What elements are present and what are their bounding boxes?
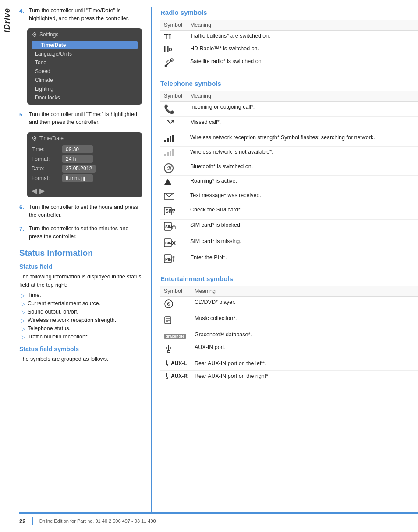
bullet-telephone-text: Telephone status. bbox=[28, 325, 71, 331]
bullet-entertainment-text: Current entertainment source. bbox=[28, 300, 100, 307]
bullet-arrow-time: ▷ bbox=[21, 292, 25, 299]
svg-point-36 bbox=[168, 303, 169, 304]
svg-rect-10 bbox=[164, 154, 166, 156]
settings-item-lighting[interactable]: Lighting bbox=[32, 85, 138, 93]
status-information-heading: Status information bbox=[19, 248, 142, 258]
ent-meaning-music: Music collection*. bbox=[191, 313, 418, 329]
bullet-telephone: ▷ Telephone status. bbox=[21, 325, 142, 332]
table-row: Text message* was received. bbox=[160, 190, 418, 204]
step-6-num: 6. bbox=[19, 204, 27, 211]
svg-text:PIN: PIN bbox=[165, 257, 172, 261]
envelope-icon bbox=[164, 192, 174, 200]
status-field-body: The following information is displayed i… bbox=[19, 273, 142, 289]
footer-text: Online Edition for Part no. 01 40 2 606 … bbox=[39, 518, 156, 524]
table-row: Roaming* is active. bbox=[160, 176, 418, 190]
signal-bars-full-icon bbox=[164, 134, 174, 142]
aux-l-text: AUX-L bbox=[171, 360, 187, 366]
tel-sym-call: 📞 bbox=[160, 102, 187, 117]
step-5: 5. Turn the controller until "Time:" is … bbox=[19, 111, 142, 126]
timedate-row-format1: Format: 24 h bbox=[32, 155, 138, 163]
ent-col-meaning: Meaning bbox=[191, 286, 418, 297]
bullet-wireless: ▷ Wireless network reception strength. bbox=[21, 317, 142, 324]
aux-r-plug-icon bbox=[164, 373, 170, 379]
settings-item-timedate[interactable]: ✓ Time/Date bbox=[32, 41, 138, 49]
tel-sym-sim-check: SIM ? bbox=[160, 204, 187, 220]
page-number: 22 bbox=[19, 518, 25, 525]
nav-left-arrow[interactable]: ◀ bbox=[32, 187, 37, 195]
status-information-section: Status information Status field The foll… bbox=[19, 248, 142, 363]
svg-line-2 bbox=[166, 60, 169, 63]
ent-meaning-aux-l: Rear AUX-IN port on the left*. bbox=[191, 358, 418, 371]
step-4-num: 4. bbox=[19, 7, 27, 14]
pin-icon: PIN bbox=[164, 254, 176, 263]
svg-line-16 bbox=[164, 193, 169, 197]
radio-sym-hd: HD bbox=[160, 43, 187, 56]
bullet-time: ▷ Time. bbox=[21, 292, 142, 299]
step-6-text: Turn the controller to set the hours and… bbox=[29, 204, 142, 219]
timedate-gear-icon: ⚙ bbox=[32, 135, 37, 142]
ent-sym-aux-l: AUX-L bbox=[160, 358, 191, 371]
bullet-entertainment: ▷ Current entertainment source. bbox=[21, 300, 142, 307]
telephone-symbols-heading: Telephone symbols bbox=[160, 80, 418, 87]
sim-missing-icon: SIM bbox=[164, 238, 176, 248]
radio-symbols-heading: Radio symbols bbox=[160, 9, 418, 16]
idrive-label: iDrive bbox=[3, 8, 12, 32]
step-7-num: 7. bbox=[19, 225, 27, 232]
svg-rect-8 bbox=[170, 136, 171, 142]
tel-meaning-pin: Enter the PIN*. bbox=[187, 252, 418, 268]
roaming-triangle-icon bbox=[164, 178, 172, 186]
radio-meaning-satellite: Satellite radio* is switched on. bbox=[187, 56, 418, 72]
step-5-num: 5. bbox=[19, 111, 27, 118]
tel-sym-bluetooth: ℬ bbox=[160, 161, 187, 176]
settings-item-speed[interactable]: Speed bbox=[32, 67, 138, 76]
svg-rect-13 bbox=[172, 149, 174, 156]
table-row: gracenote Gracenote® database*. bbox=[160, 329, 418, 342]
table-row: TI Traffic bulletins* are switched on. bbox=[160, 31, 418, 43]
radio-meaning-ti: Traffic bulletins* are switched on. bbox=[187, 31, 418, 43]
bullet-arrow-sound: ▷ bbox=[21, 309, 25, 315]
tel-meaning-bars-empty: Wireless network is not available*. bbox=[187, 147, 418, 161]
svg-rect-9 bbox=[172, 135, 174, 142]
bullet-traffic: ▷ Traffic bulletin reception*. bbox=[21, 334, 142, 340]
tel-sym-bars-empty bbox=[160, 147, 187, 161]
idrive-sidebar: iDrive bbox=[0, 0, 14, 532]
status-field-symbols-body: The symbols are grouped as follows. bbox=[19, 355, 142, 363]
main-content: 4. Turn the controller until "Time/Date"… bbox=[14, 0, 418, 532]
right-column: Radio symbols Symbol Meaning TI Traffic … bbox=[151, 7, 418, 512]
table-row: AUX-IN port. bbox=[160, 342, 418, 358]
table-row: CD/DVD* player. bbox=[160, 297, 418, 313]
telephone-symbols-table: Symbol Meaning 📞 Incoming or outgoing ca… bbox=[160, 91, 418, 267]
tel-meaning-call: Incoming or outgoing call*. bbox=[187, 102, 418, 117]
aux-l-plug-icon bbox=[164, 360, 170, 366]
aux-r-text: AUX-R bbox=[171, 373, 188, 379]
timedate-format2-value: tt.mm.jjjj bbox=[62, 174, 93, 182]
settings-item-doorlocks[interactable]: Door locks bbox=[32, 93, 138, 102]
settings-item-climate[interactable]: Climate bbox=[32, 76, 138, 85]
tel-col-meaning: Meaning bbox=[187, 91, 418, 102]
bullet-arrow-entertainment: ▷ bbox=[21, 301, 25, 307]
status-field-bullets: ▷ Time. ▷ Current entertainment source. … bbox=[21, 292, 142, 340]
bullet-traffic-text: Traffic bulletin reception*. bbox=[28, 334, 89, 340]
settings-box: ⚙ Settings ✓ Time/Date Language/Units To… bbox=[27, 28, 142, 105]
table-row: Wireless network is not available*. bbox=[160, 147, 418, 161]
ent-sym-cd bbox=[160, 297, 191, 313]
tel-meaning-sim-lock: SIM card* is blocked. bbox=[187, 220, 418, 236]
ent-sym-gracenote: gracenote bbox=[160, 329, 191, 342]
settings-item-tone[interactable]: Tone bbox=[32, 58, 138, 67]
ent-meaning-gracenote: Gracenote® database*. bbox=[191, 329, 418, 342]
music-collection-icon bbox=[164, 315, 174, 325]
bluetooth-icon: ℬ bbox=[164, 163, 174, 173]
satellite-icon bbox=[164, 58, 174, 68]
timedate-time-label: Time: bbox=[32, 146, 58, 152]
svg-point-48 bbox=[166, 377, 168, 379]
step-4-text: Turn the controller until "Time/Date" is… bbox=[29, 7, 142, 22]
settings-item-language[interactable]: Language/Units bbox=[32, 49, 138, 58]
tel-meaning-bars-full: Wireless network reception strength* Sym… bbox=[187, 132, 418, 147]
cd-icon bbox=[164, 299, 174, 309]
radio-meaning-hd: HD Radio™* is switched on. bbox=[187, 43, 418, 56]
tel-sym-roaming bbox=[160, 176, 187, 190]
ent-sym-aux bbox=[160, 342, 191, 358]
gracenote-badge: gracenote bbox=[164, 334, 186, 339]
table-row: Wireless network reception strength* Sym… bbox=[160, 132, 418, 147]
nav-right-arrow[interactable]: ▶ bbox=[39, 187, 45, 195]
